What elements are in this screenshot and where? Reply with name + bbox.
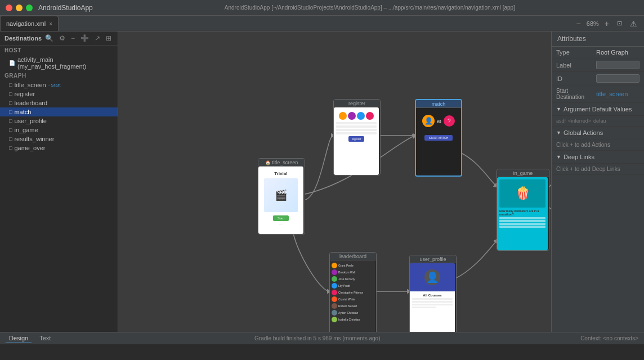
graph-item-in-game[interactable]: □ in_game [0, 125, 118, 134]
text-tab[interactable]: Text [36, 334, 54, 343]
graph-item-results-winner[interactable]: □ results_winner [0, 134, 118, 143]
add-dest-button[interactable]: ➕ [79, 34, 91, 43]
arg-defaults-body: asdf <inferred> defau [552, 116, 644, 127]
node-title-start-btn[interactable]: Start [273, 215, 289, 221]
close-button[interactable] [6, 4, 12, 11]
node-leaderboard[interactable]: leaderboard Grant Peele Brooklyn Wall Jo… [329, 252, 377, 332]
attributes-header: Attributes [552, 32, 644, 47]
zoom-level: 68% [587, 20, 599, 27]
minimize-button[interactable] [16, 4, 23, 11]
id-input[interactable] [596, 74, 639, 83]
node-user-profile-label: user_profile [410, 255, 456, 263]
node-match[interactable]: match 👤 vs ? START MATCH [415, 99, 462, 177]
window-title: AndroidStudioApp [~/AndroidStudioProject… [225, 4, 515, 11]
graph-item-leaderboard[interactable]: □ leaderboard [0, 98, 118, 107]
status-message: Gradle build finished in 5 s 969 ms (mom… [254, 335, 380, 341]
label-row: Label [552, 58, 644, 72]
host-section-header: HOST [0, 46, 118, 55]
status-tabs: Design Text [6, 334, 54, 343]
fit-dest-button[interactable]: ⊞ [104, 34, 113, 43]
graph-item-label: title_screen [14, 82, 46, 88]
settings-icon-button[interactable]: ⚙ [57, 34, 67, 43]
type-row: Type Root Graph [552, 47, 644, 58]
fragment-icon-4: □ [9, 109, 12, 115]
node-in-game[interactable]: in_game 🍿 How many kilometers are in a m… [497, 169, 549, 251]
design-tab[interactable]: Design [6, 334, 32, 343]
deep-links-collapse[interactable]: ▼ Deep Links [552, 151, 644, 164]
tab-close-icon[interactable]: × [49, 21, 52, 27]
fragment-icon-6: □ [9, 127, 12, 133]
search-icon-button[interactable]: 🔍 [43, 34, 55, 43]
host-item[interactable]: 📄 activity_main (my_nav_host_fragment) [0, 55, 118, 71]
node-title-screen-label: 🏠 title_screen [258, 159, 305, 166]
graph-item-register-label: register [14, 91, 35, 97]
navigation-canvas[interactable]: 🏠 title_screen Trivia! 🎬 Start ····· reg… [118, 32, 551, 332]
node-title-screen-content: Trivia! 🎬 Start ····· [258, 166, 305, 234]
node-in-game-content: 🍿 How many kilometers are in a marathon? [497, 177, 549, 250]
type-value: Root Graph [596, 49, 639, 56]
host-item-label: activity_main (my_nav_host_fragment) [17, 56, 113, 70]
global-actions-body: Click + to add Actions [552, 140, 644, 151]
type-label: Type [556, 49, 593, 56]
node-user-profile-content: 👤 All Courses [410, 263, 456, 332]
status-bar: Design Text Gradle build finished in 5 s… [0, 332, 644, 344]
node-register-content: register [334, 107, 380, 175]
attributes-panel: Attributes Type Root Graph Label ID Star… [551, 32, 644, 332]
deep-links-body: Click + to add Deep Links [552, 164, 644, 175]
nav-link-button[interactable]: ↗ [93, 34, 102, 43]
arg-defaults-label: Argument Default Values [564, 106, 632, 112]
global-actions-label: Global Actions [564, 129, 603, 136]
warning-button[interactable]: ⚠ [628, 18, 639, 29]
fit-button[interactable]: ⊡ [615, 19, 624, 28]
node-in-game-label: in_game [497, 169, 549, 177]
deep-links-hint: Click + to add Deep Links [556, 166, 620, 172]
destinations-title: Destinations [5, 35, 42, 42]
zoom-in-button[interactable]: + [602, 18, 611, 29]
node-user-profile[interactable]: user_profile 👤 All Courses [409, 255, 457, 332]
panel-icons: 🔍 ⚙ − ➕ ↗ ⊞ [43, 34, 113, 43]
node-title-screen[interactable]: 🏠 title_screen Trivia! 🎬 Start ····· [258, 158, 305, 235]
graph-section-header: GRAPH [0, 71, 118, 80]
deep-links-label: Deep Links [564, 154, 594, 160]
minus-icon-button[interactable]: − [69, 34, 77, 43]
node-leaderboard-content: Grant Peele Brooklyn Wall Jose Mccarty L… [330, 260, 376, 332]
global-actions-collapse[interactable]: ▼ Global Actions [552, 127, 644, 140]
context-message: Context: <no contexts> [580, 335, 638, 341]
label-input[interactable] [596, 61, 639, 69]
start-dest-label: Start Destination [556, 88, 593, 100]
node-register-btn[interactable]: register [348, 136, 365, 142]
graph-item-leaderboard-label: leaderboard [14, 100, 47, 106]
graph-item-title-screen[interactable]: □ title_screen - Start [0, 80, 118, 89]
fragment-icon-8: □ [9, 145, 12, 151]
traffic-lights [6, 4, 33, 11]
start-dest-value[interactable]: title_screen [596, 91, 628, 97]
node-leaderboard-label: leaderboard [330, 253, 376, 260]
title-bar: AndroidStudioApp AndroidStudioApp [~/And… [0, 0, 644, 16]
fragment-icon: □ [9, 82, 12, 88]
navigation-xml-tab[interactable]: navigation.xml × [0, 16, 59, 31]
graph-item-user-profile[interactable]: □ user_profile [0, 116, 118, 125]
arg-defaults-collapse[interactable]: ▼ Argument Default Values [552, 103, 644, 116]
tab-label: navigation.xml [6, 20, 46, 27]
global-actions-hint: Click + to add Actions [556, 142, 610, 148]
maximize-button[interactable] [26, 4, 33, 11]
label-label: Label [556, 62, 593, 69]
id-label: ID [556, 75, 593, 82]
node-match-start-btn[interactable]: START MATCH [424, 135, 453, 141]
graph-item-register[interactable]: □ register [0, 89, 118, 98]
left-panel: Destinations 🔍 ⚙ − ➕ ↗ ⊞ HOST 📄 activity… [0, 32, 118, 332]
graph-item-game-over-label: game_over [14, 145, 45, 151]
graph-item-match[interactable]: □ match [0, 107, 118, 116]
id-row: ID [552, 72, 644, 86]
zoom-out-button[interactable]: − [574, 18, 583, 29]
node-register[interactable]: register register [333, 99, 381, 176]
host-icon: 📄 [9, 60, 15, 66]
main-area: Destinations 🔍 ⚙ − ➕ ↗ ⊞ HOST 📄 activity… [0, 32, 644, 332]
node-register-label: register [334, 100, 380, 107]
start-badge: - Start [48, 83, 61, 88]
graph-item-game-over[interactable]: □ game_over [0, 143, 118, 152]
fragment-icon-5: □ [9, 118, 12, 124]
fragment-icon-3: □ [9, 100, 12, 106]
graph-item-user-profile-label: user_profile [14, 118, 46, 124]
node-match-label: match [416, 100, 461, 108]
